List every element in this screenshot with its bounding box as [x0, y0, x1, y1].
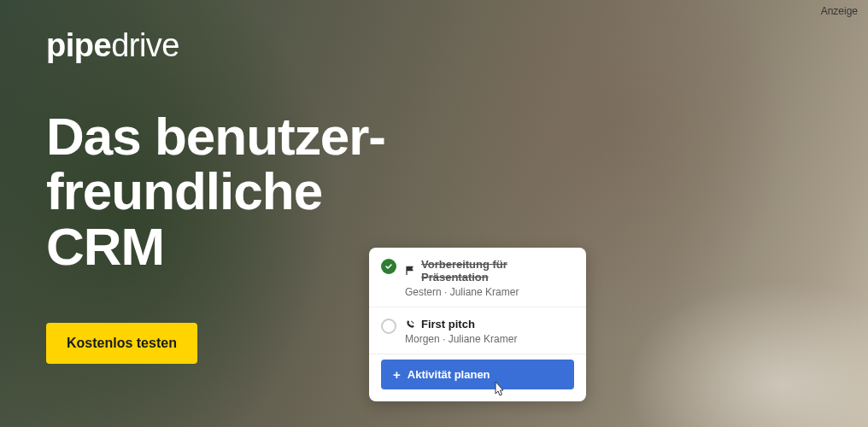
cursor-icon — [490, 379, 507, 400]
flag-icon — [405, 266, 415, 276]
task-subtitle: Morgen · Juliane Kramer — [405, 333, 574, 345]
cta-button[interactable]: Kostenlos testen — [46, 323, 197, 364]
brand-logo: pipedrive — [46, 27, 179, 64]
task-row[interactable]: First pitch Morgen · Juliane Kramer — [369, 307, 586, 354]
status-done-icon — [381, 259, 396, 274]
plus-icon: + — [393, 368, 401, 381]
task-subtitle: Gestern · Juliane Kramer — [405, 286, 574, 298]
phone-icon — [405, 319, 415, 330]
activity-card: Vorbereitung für Präsentation Gestern · … — [369, 248, 586, 401]
task-row[interactable]: Vorbereitung für Präsentation Gestern · … — [369, 248, 586, 307]
action-label: Aktivität planen — [408, 368, 490, 381]
plan-activity-button[interactable]: + Aktivität planen — [381, 360, 574, 389]
status-open-icon — [381, 319, 396, 334]
task-title: Vorbereitung für Präsentation — [421, 258, 574, 284]
ad-label: Anzeige — [821, 5, 858, 17]
task-title: First pitch — [421, 318, 475, 330]
headline: Das benutzer-freundlicheCRM — [46, 109, 385, 274]
